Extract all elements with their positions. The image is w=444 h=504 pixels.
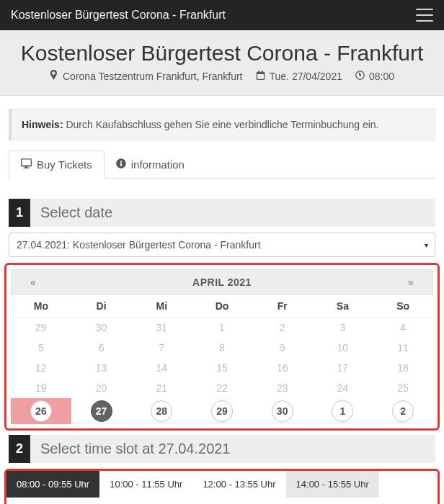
calendar-dow: So: [373, 295, 433, 318]
calendar-day[interactable]: 26: [11, 398, 71, 424]
date-select-wrap: 27.04.2021: Kostenloser Bürgertest Coron…: [9, 233, 435, 257]
calendar-dow: Mo: [11, 295, 71, 318]
calendar-day: 14: [131, 358, 192, 378]
calendar-day[interactable]: 30: [252, 398, 313, 424]
date-meta: Tue. 27/04/2021: [256, 71, 342, 82]
calendar-dow: Di: [71, 295, 132, 318]
calendar-day: 5: [11, 338, 71, 358]
calendar-day[interactable]: 2: [373, 398, 433, 424]
calendar-day: 12: [11, 358, 71, 378]
calendar-day: 15: [192, 358, 252, 378]
tab-information[interactable]: information: [105, 150, 196, 179]
calendar-day: 10: [313, 338, 373, 358]
calendar-day: 7: [131, 338, 192, 358]
timeslot-option[interactable]: 16:00 - 17:55 Uhr: [6, 498, 99, 505]
calendar-day: 1: [192, 318, 252, 338]
clock-icon: [355, 71, 365, 82]
calendar-day[interactable]: 1: [313, 398, 373, 424]
calendar-day: 3: [313, 318, 373, 338]
menu-toggle-button[interactable]: [416, 9, 433, 22]
calendar-dow: Mi: [131, 295, 192, 318]
calendar-dow: Do: [192, 295, 252, 318]
calendar-day: 22: [192, 378, 252, 398]
timeslot-list: 08:00 - 09:55 Uhr10:00 - 11:55 Uhr12:00 …: [6, 471, 438, 505]
calendar-table: MoDiMiDoFrSaSo 2930311234567891011121314…: [11, 295, 433, 424]
tab-buy-tickets[interactable]: Buy Tickets: [9, 150, 105, 179]
date-select[interactable]: 27.04.2021: Kostenloser Bürgertest Coron…: [9, 233, 435, 257]
notice-box: Hinweis: Durch Kaufabschluss gehen Sie e…: [9, 109, 435, 140]
calendar-day: 11: [373, 338, 433, 358]
calendar-prev-button[interactable]: «: [12, 276, 55, 288]
notice-label: Hinweis:: [22, 119, 63, 130]
calendar-day: 21: [131, 378, 192, 398]
hero: Kostenloser Bürgertest Corona - Frankfur…: [0, 30, 444, 96]
location-text: Corona Testzentrum Frankfurt, Frankfurt: [63, 71, 243, 82]
calendar-day: 18: [373, 358, 433, 378]
time-text: 08:00: [369, 71, 394, 82]
tab-buy-label: Buy Tickets: [37, 158, 92, 171]
calendar-day: 20: [71, 378, 132, 398]
page-title: Kostenloser Bürgertest Corona - Frankfur…: [7, 41, 437, 66]
calendar-dow: Sa: [313, 295, 373, 318]
calendar-icon: [256, 71, 265, 82]
time-meta: 08:00: [355, 71, 394, 82]
calendar-day: 19: [11, 378, 71, 398]
timeslot-option[interactable]: 12:00 - 13:55 Uhr: [192, 471, 285, 498]
tabs: Buy Tickets information: [9, 150, 435, 179]
calendar-day: 30: [71, 318, 132, 338]
timeslot-option[interactable]: 08:00 - 09:55 Uhr: [6, 471, 99, 498]
calendar-day: 31: [131, 318, 192, 338]
date-text: Tue. 27/04/2021: [270, 71, 342, 82]
calendar-day[interactable]: 28: [131, 398, 192, 424]
step-1-title: Select date: [30, 199, 435, 227]
calendar-next-button[interactable]: »: [389, 276, 432, 288]
notice-text: Durch Kaufabschluss gehen Sie eine verbi…: [63, 119, 379, 130]
timeslot-option[interactable]: 10:00 - 11:55 Uhr: [99, 471, 192, 498]
calendar-day: 13: [71, 358, 132, 378]
calendar-header: « APRIL 2021 »: [11, 269, 433, 295]
calendar-day: 24: [313, 378, 373, 398]
calendar-dow: Fr: [252, 295, 313, 318]
step-2-number: 2: [9, 435, 30, 463]
step-1-number: 1: [9, 199, 30, 227]
info-icon: [116, 158, 126, 171]
calendar-day: 29: [11, 318, 71, 338]
hero-meta: Corona Testzentrum Frankfurt, Frankfurt …: [7, 70, 437, 82]
calendar-day[interactable]: 29: [192, 398, 252, 424]
calendar-month-label: APRIL 2021: [55, 276, 389, 288]
step-2-title: Select time slot at 27.04.2021: [30, 435, 435, 463]
calendar-day: 23: [252, 378, 313, 398]
step-1-header: 1 Select date: [9, 199, 435, 227]
navbar-title: Kostenloser Bürgertest Corona - Frankfur…: [11, 9, 226, 22]
calendar-day[interactable]: 27: [71, 398, 132, 424]
navbar: Kostenloser Bürgertest Corona - Frankfur…: [0, 0, 444, 30]
calendar-box: « APRIL 2021 » MoDiMiDoFrSaSo 2930311234…: [4, 263, 440, 431]
location-meta: Corona Testzentrum Frankfurt, Frankfurt: [50, 70, 243, 82]
calendar-day: 2: [252, 318, 313, 338]
calendar-day: 8: [192, 338, 252, 358]
step-2-header: 2 Select time slot at 27.04.2021: [9, 435, 435, 463]
calendar-day: 9: [252, 338, 313, 358]
timeslot-option[interactable]: 14:00 - 15:55 Uhr: [286, 471, 379, 498]
calendar-day: 4: [373, 318, 433, 338]
calendar-day: 17: [313, 358, 373, 378]
map-pin-icon: [50, 70, 58, 82]
calendar-day: 16: [252, 358, 313, 378]
tab-info-label: information: [131, 158, 185, 171]
timeslot-box: 08:00 - 09:55 Uhr10:00 - 11:55 Uhr12:00 …: [4, 469, 440, 505]
calendar-day: 25: [373, 378, 433, 398]
calendar-day: 6: [71, 338, 132, 358]
cart-icon: [21, 158, 32, 171]
